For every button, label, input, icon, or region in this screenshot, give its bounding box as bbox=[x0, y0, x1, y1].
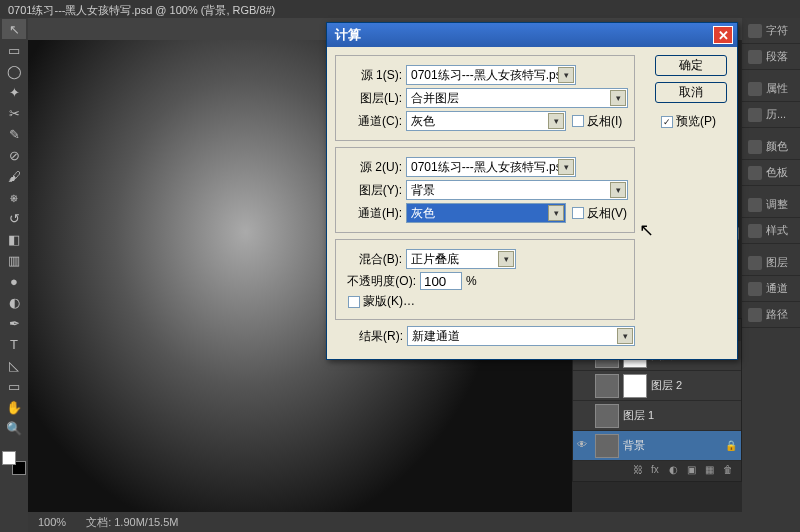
layer-row-background[interactable]: 👁背景🔒 bbox=[573, 431, 741, 461]
eraser-tool[interactable]: ◧ bbox=[2, 229, 26, 249]
ok-button[interactable]: 确定 bbox=[655, 55, 727, 76]
color-swatches[interactable] bbox=[2, 451, 26, 475]
source1-layer-combo[interactable]: 合并图层▾ bbox=[406, 88, 628, 108]
dodge-tool[interactable]: ◐ bbox=[2, 292, 26, 312]
path-tool[interactable]: ◺ bbox=[2, 355, 26, 375]
source2-layer-combo[interactable]: 背景▾ bbox=[406, 180, 628, 200]
source2-invert-checkbox[interactable]: 反相(V) bbox=[572, 205, 627, 222]
document-tab[interactable]: 0701练习---黑人女孩特写.psd @ 100% (背景, RGB/8#) bbox=[0, 0, 800, 18]
status-bar: 100% 文档: 1.90M/15.5M bbox=[28, 512, 742, 532]
eyedropper-tool[interactable]: ✎ bbox=[2, 124, 26, 144]
source2-group: 源 2(U): 0701练习---黑人女孩特写.psd▾ 图层(Y): 背景▾ … bbox=[335, 147, 635, 233]
panel-layers[interactable]: 图层 bbox=[742, 250, 800, 276]
healing-tool[interactable]: ⊘ bbox=[2, 145, 26, 165]
panel-history[interactable]: 历... bbox=[742, 102, 800, 128]
shape-tool[interactable]: ▭ bbox=[2, 376, 26, 396]
result-combo[interactable]: 新建通道▾ bbox=[407, 326, 635, 346]
mask-checkbox[interactable]: 蒙版(K)… bbox=[348, 293, 415, 310]
lock-icon: 🔒 bbox=[725, 440, 737, 451]
blur-tool[interactable]: ● bbox=[2, 271, 26, 291]
source1-channel-combo[interactable]: 灰色▾ bbox=[406, 111, 566, 131]
hand-tool[interactable]: ✋ bbox=[2, 397, 26, 417]
panel-styles[interactable]: 样式 bbox=[742, 218, 800, 244]
pen-tool[interactable]: ✒ bbox=[2, 313, 26, 333]
brush-tool[interactable]: 🖌 bbox=[2, 166, 26, 186]
panel-paths[interactable]: 路径 bbox=[742, 302, 800, 328]
history-brush-tool[interactable]: ↺ bbox=[2, 208, 26, 228]
calculations-dialog: 计算 ✕ 确定 取消 ✓预览(P) 源 1(S): 0701练习---黑人女孩特… bbox=[326, 22, 738, 360]
source1-group: 源 1(S): 0701练习---黑人女孩特写.psd▾ 图层(L): 合并图层… bbox=[335, 55, 635, 141]
dialog-title-bar[interactable]: 计算 ✕ bbox=[327, 23, 737, 47]
panel-paragraph[interactable]: 段落 bbox=[742, 44, 800, 70]
gradient-tool[interactable]: ▥ bbox=[2, 250, 26, 270]
zoom-level[interactable]: 100% bbox=[38, 516, 66, 528]
crop-tool[interactable]: ✂ bbox=[2, 103, 26, 123]
layer-row[interactable]: 图层 1 bbox=[573, 401, 741, 431]
source2-file-combo[interactable]: 0701练习---黑人女孩特写.psd▾ bbox=[406, 157, 576, 177]
magic-wand-tool[interactable]: ✦ bbox=[2, 82, 26, 102]
blend-group: 混合(B): 正片叠底▾ 不透明度(O): % 蒙版(K)… bbox=[335, 239, 635, 320]
layer-row[interactable]: 图层 2 bbox=[573, 371, 741, 401]
source2-channel-combo[interactable]: 灰色▾ bbox=[406, 203, 566, 223]
doc-info: 文档: 1.90M/15.5M bbox=[86, 515, 178, 530]
toolbox: ↖ ▭ ◯ ✦ ✂ ✎ ⊘ 🖌 ⎈ ↺ ◧ ▥ ● ◐ ✒ T ◺ ▭ ✋ 🔍 bbox=[0, 18, 28, 532]
panel-properties[interactable]: 属性 bbox=[742, 76, 800, 102]
mask-icon[interactable]: ◐ bbox=[669, 464, 681, 476]
opacity-input[interactable] bbox=[420, 272, 462, 290]
blend-mode-combo[interactable]: 正片叠底▾ bbox=[406, 249, 516, 269]
stamp-tool[interactable]: ⎈ bbox=[2, 187, 26, 207]
cursor-icon: ↖ bbox=[639, 219, 654, 241]
zoom-tool[interactable]: 🔍 bbox=[2, 418, 26, 438]
type-tool[interactable]: T bbox=[2, 334, 26, 354]
visibility-icon[interactable]: 👁 bbox=[577, 439, 591, 453]
folder-icon[interactable]: ▣ bbox=[687, 464, 699, 476]
panel-swatches[interactable]: 色板 bbox=[742, 160, 800, 186]
trash-icon[interactable]: 🗑 bbox=[723, 464, 735, 476]
close-button[interactable]: ✕ bbox=[713, 26, 733, 44]
move-tool[interactable]: ↖ bbox=[2, 19, 26, 39]
panel-channels[interactable]: 通道 bbox=[742, 276, 800, 302]
new-layer-icon[interactable]: ▦ bbox=[705, 464, 717, 476]
panel-color[interactable]: 颜色 bbox=[742, 134, 800, 160]
layers-footer: ⛓ fx ◐ ▣ ▦ 🗑 bbox=[573, 461, 741, 481]
cancel-button[interactable]: 取消 bbox=[655, 82, 727, 103]
source1-file-combo[interactable]: 0701练习---黑人女孩特写.psd▾ bbox=[406, 65, 576, 85]
source1-invert-checkbox[interactable]: 反相(I) bbox=[572, 113, 622, 130]
marquee-tool[interactable]: ▭ bbox=[2, 40, 26, 60]
lasso-tool[interactable]: ◯ bbox=[2, 61, 26, 81]
panel-adjustments[interactable]: 调整 bbox=[742, 192, 800, 218]
link-icon[interactable]: ⛓ bbox=[633, 464, 645, 476]
fx-icon[interactable]: fx bbox=[651, 464, 663, 476]
panel-dock: 字符 段落 属性 历... 颜色 色板 调整 样式 图层 通道 路径 bbox=[742, 18, 800, 532]
preview-checkbox[interactable]: ✓预览(P) bbox=[661, 113, 727, 130]
panel-character[interactable]: 字符 bbox=[742, 18, 800, 44]
